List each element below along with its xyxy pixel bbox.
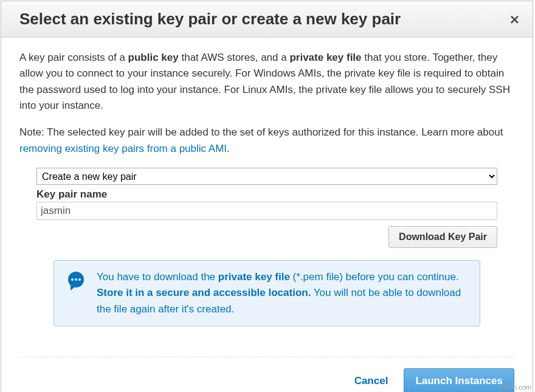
bold-store-location: Store it in a secure and accessible loca…: [97, 287, 311, 298]
dialog-title: Select an existing key pair or create a …: [19, 10, 401, 29]
attribution-text: wsxdn.com: [498, 383, 531, 391]
dialog-header: Select an existing key pair or create a …: [1, 1, 533, 38]
keypair-action-select[interactable]: Create a new key pair: [36, 168, 497, 185]
dialog-footer: Cancel Launch Instances: [1, 357, 533, 392]
text: .: [227, 143, 230, 154]
keypair-name-label: Key pair name: [36, 188, 497, 201]
text: You have to download the: [97, 271, 218, 283]
close-icon[interactable]: ×: [510, 12, 519, 27]
svg-point-3: [78, 278, 81, 281]
note-paragraph: Note: The selected key pair will be adde…: [19, 125, 514, 157]
form-area: Create a new key pair Key pair name Down…: [36, 168, 497, 326]
info-icon: [65, 270, 87, 292]
bold-private-key-file: private key file: [218, 271, 290, 283]
info-text: You have to download the private key fil…: [97, 269, 470, 317]
dialog-body: A key pair consists of a public key that…: [1, 38, 533, 340]
svg-point-2: [75, 278, 77, 281]
description-paragraph: A key pair consists of a public key that…: [19, 50, 514, 114]
info-alert: You have to download the private key fil…: [54, 260, 480, 326]
bold-private-key-file: private key file: [289, 52, 361, 63]
text: that AWS stores, and a: [179, 52, 290, 63]
remove-keypairs-link[interactable]: removing existing key pairs from a publi…: [19, 143, 227, 154]
text: (*.pem file) before you can continue.: [290, 271, 459, 283]
keypair-name-input[interactable]: [36, 202, 497, 220]
cancel-button[interactable]: Cancel: [354, 375, 388, 387]
svg-point-1: [71, 278, 74, 281]
bold-public-key: public key: [128, 52, 179, 63]
text: A key pair consists of a: [19, 52, 128, 63]
keypair-dialog: Select an existing key pair or create a …: [1, 1, 533, 392]
download-keypair-button[interactable]: Download Key Pair: [388, 226, 497, 248]
text: Note: The selected key pair will be adde…: [19, 126, 503, 138]
download-row: Download Key Pair: [36, 226, 497, 248]
